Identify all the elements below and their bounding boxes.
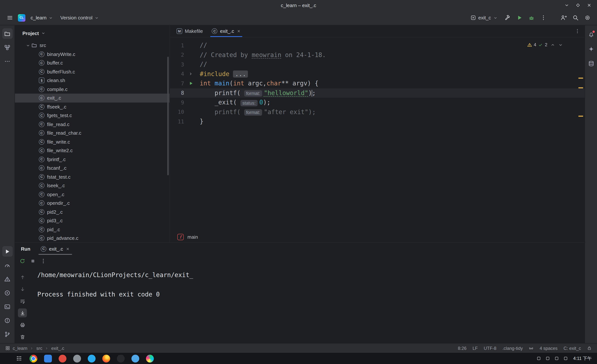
project-selector[interactable]: c_learn (28, 13, 55, 22)
main-menu-button[interactable] (4, 13, 15, 23)
tab-makefile[interactable]: M Makefile (172, 25, 207, 37)
tree-item-fgets_test.c[interactable]: Cfgets_test.c (15, 111, 170, 120)
tree-item-pid_.c[interactable]: Cpid_.c (15, 225, 170, 234)
project-scrollbar[interactable] (167, 57, 169, 175)
notifications-button[interactable] (586, 29, 596, 39)
code-editor[interactable]: 1//2// Created by meowrain on 24-1-18.3/… (170, 37, 585, 231)
terminal-tool-button[interactable] (2, 301, 13, 312)
next-occurrence-button[interactable] (18, 285, 27, 294)
tray-icon-3[interactable] (554, 356, 559, 361)
tree-item-src[interactable]: src (15, 41, 170, 50)
run-tab[interactable]: C exit_.c (38, 243, 73, 255)
ide-app-icon[interactable] (146, 355, 154, 362)
tree-item-fprintf_.c[interactable]: Cfprintf_.c (15, 155, 170, 164)
problems-tool-button[interactable] (2, 274, 13, 284)
maximize-button[interactable] (572, 0, 584, 10)
code-line-2[interactable]: 2// Created by meowrain on 24-1-18. (170, 50, 585, 60)
profiler-tool-button[interactable] (2, 260, 13, 270)
clang-tidy-profile[interactable]: .clang-tidy (502, 346, 523, 351)
tray-icon-1[interactable] (536, 356, 541, 361)
more-actions-button[interactable] (538, 13, 549, 23)
code-line-9[interactable]: 9 _exit( status:0); (170, 98, 585, 107)
run-button[interactable] (514, 13, 525, 23)
version-control-selector[interactable]: Version control (58, 13, 101, 22)
database-tool-button[interactable] (586, 58, 596, 69)
prev-occurrence-button[interactable] (18, 273, 27, 281)
tree-item-fscanf_.c[interactable]: Cfscanf_.c (15, 164, 170, 173)
tree-item-open_.c[interactable]: Copen_.c (15, 190, 170, 199)
prev-issue-button[interactable] (550, 42, 555, 47)
code-with-me-button[interactable] (558, 13, 569, 23)
version-control-tool-button[interactable] (2, 329, 13, 339)
fold-arrow-icon[interactable] (189, 72, 193, 76)
minimize-button[interactable] (561, 0, 572, 10)
error-stripe-mark[interactable] (578, 116, 583, 117)
indent-style[interactable]: 4 spaces (540, 346, 558, 351)
code-line-3[interactable]: 3// (170, 60, 585, 69)
app-gray-icon[interactable] (73, 355, 81, 362)
telegram-icon[interactable] (88, 355, 95, 362)
tree-item-fstat_test.c[interactable]: Cfstat_test.c (15, 173, 170, 181)
inspections-widget[interactable]: 4 2 (527, 42, 563, 47)
clear-console-button[interactable] (18, 332, 27, 341)
encoding[interactable]: UTF-8 (484, 346, 496, 351)
read-only-toggle[interactable] (587, 346, 592, 351)
stop-button[interactable] (30, 258, 36, 264)
tree-item-file_read_char.c[interactable]: Cfile_read_char.c (15, 129, 170, 137)
code-line-4[interactable]: 4#include ... (170, 69, 585, 79)
project-panel-header[interactable]: Project (15, 25, 170, 41)
line-separator[interactable]: LF (472, 346, 478, 351)
console[interactable]: /home/meowrain/CLionProjects/c_learn/exi… (15, 267, 585, 343)
print-console-button[interactable] (18, 320, 27, 329)
tree-item-compile.c[interactable]: Ccompile.c (15, 85, 170, 94)
next-issue-button[interactable] (558, 42, 563, 47)
build-button[interactable] (502, 13, 513, 23)
tree-item-pid3_.c[interactable]: Cpid3_.c (15, 216, 170, 225)
code-line-11[interactable]: 11} (170, 117, 585, 126)
tree-item-binaryWrite.c[interactable]: CbinaryWrite.c (15, 50, 170, 59)
resolve-context[interactable]: C: exit_c (564, 346, 581, 351)
caret-position[interactable]: 8:26 (458, 346, 466, 351)
tree-item-exit_.c[interactable]: Cexit_.c (15, 94, 170, 102)
inspections-tool-button[interactable] (2, 315, 13, 326)
files-app-icon[interactable] (44, 355, 52, 362)
scroll-to-end-button[interactable] (18, 308, 27, 317)
close-tab-button[interactable] (237, 29, 241, 33)
tree-item-file_read.c[interactable]: Cfile_read.c (15, 120, 170, 129)
tree-item-opendir_.c[interactable]: Copendir_.c (15, 199, 170, 208)
tree-item-lseek_.c[interactable]: Clseek_.c (15, 181, 170, 190)
tree-item-pid_advance.c[interactable]: Cpid_advance.c (15, 234, 170, 243)
close-run-tab-button[interactable] (66, 247, 70, 251)
cat-app-icon[interactable] (117, 355, 125, 362)
tree-item-file_write.c[interactable]: Cfile_write.c (15, 137, 170, 146)
soft-wrap-button[interactable] (18, 296, 27, 305)
code-line-8[interactable]: 8 printf( format:"helloworld"); (170, 88, 585, 98)
app-red-icon[interactable] (59, 355, 66, 362)
tree-item-buffer.c[interactable]: Cbuffer.c (15, 59, 170, 67)
status-crumb[interactable]: exit_.c (51, 346, 64, 351)
inspection-profile-button[interactable] (529, 346, 534, 351)
settings-button[interactable] (582, 13, 593, 23)
rerun-button[interactable] (19, 258, 25, 264)
tree-item-bufferFlush.c[interactable]: CbufferFlush.c (15, 67, 170, 76)
run-line-icon[interactable] (189, 81, 193, 86)
tree-item-pid2_.c[interactable]: Cpid2_.c (15, 208, 170, 216)
app-blue-icon[interactable] (131, 355, 139, 362)
structure-tool-button[interactable] (2, 42, 13, 53)
breadcrumb-function[interactable]: main (188, 234, 198, 240)
search-everywhere-button[interactable] (570, 13, 581, 23)
services-tool-button[interactable] (2, 288, 13, 298)
run-tool-button[interactable] (2, 246, 13, 257)
tab-exit-c[interactable]: C exit_.c (207, 25, 245, 37)
tree-item-file_write2.c[interactable]: Cfile_write2.c (15, 146, 170, 155)
chrome-icon[interactable] (30, 355, 37, 362)
tree-item-ffseek_.c[interactable]: Cffseek_.c (15, 102, 170, 111)
project-tool-button[interactable] (2, 28, 13, 39)
console-more-button[interactable] (40, 258, 46, 264)
tray-icon-2[interactable] (545, 356, 550, 361)
debug-button[interactable] (526, 13, 536, 23)
run-config-selector[interactable]: exit_c (467, 13, 501, 22)
ai-assistant-button[interactable] (586, 44, 596, 54)
firefox-icon[interactable] (102, 355, 110, 362)
code-line-1[interactable]: 1// (170, 41, 585, 50)
